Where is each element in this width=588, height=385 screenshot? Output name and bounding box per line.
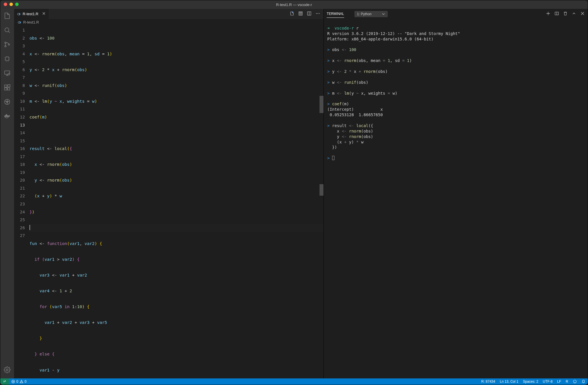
maximize-window-button[interactable] (15, 3, 19, 6)
indent-status[interactable]: Spaces: 2 (521, 378, 540, 385)
docker-icon[interactable] (0, 112, 14, 121)
svg-rect-9 (7, 88, 10, 90)
breadcrumbs[interactable]: R-test1.R (14, 19, 324, 25)
kill-terminal-icon[interactable] (563, 11, 568, 17)
error-icon (11, 380, 15, 384)
svg-point-3 (8, 44, 10, 45)
svg-point-12 (7, 101, 8, 102)
svg-point-0 (5, 28, 9, 32)
terminal-selector[interactable]: 1: Python (354, 11, 388, 17)
warning-icon (19, 380, 23, 384)
feedback-icon[interactable] (571, 378, 579, 385)
language-mode[interactable]: R (563, 378, 571, 385)
new-terminal-icon[interactable] (546, 11, 550, 17)
titlebar[interactable]: R-test1.R — vscode-r (0, 0, 588, 9)
window-controls (4, 3, 19, 6)
split-terminal-icon[interactable] (554, 11, 559, 17)
debug-icon[interactable] (0, 54, 14, 63)
terminal-pane: TERMINAL 1: Python (324, 9, 588, 378)
r-file-icon (17, 20, 21, 24)
svg-point-30 (573, 380, 577, 383)
terminal-content[interactable]: ➜ vscode-r r R version 3.6.2 (2019-12-12… (324, 19, 588, 378)
code-content[interactable]: obs <- 100 x <- rnorm(obs, mean = 1, sd … (30, 25, 324, 378)
svg-rect-4 (5, 57, 9, 61)
panel-tab-terminal[interactable]: TERMINAL (327, 10, 344, 18)
notifications-icon[interactable] (579, 378, 588, 385)
editor-pane: R-test1.R R-test (14, 9, 324, 378)
svg-point-6 (8, 73, 10, 75)
more-actions-icon[interactable] (315, 11, 320, 17)
activity-bar (0, 9, 14, 378)
git-graph-icon[interactable] (0, 97, 14, 106)
run-source-icon[interactable] (290, 11, 294, 17)
svg-point-23 (319, 13, 320, 14)
encoding-status[interactable]: UTF-8 (540, 378, 555, 385)
svg-rect-10 (8, 85, 10, 87)
cursor-position[interactable]: Ln 13, Col 1 (497, 378, 521, 385)
chevron-down-icon (382, 12, 385, 16)
svg-point-1 (5, 42, 6, 44)
svg-point-2 (5, 46, 6, 47)
terminal-selector-label: 1: Python (357, 12, 372, 16)
eol-status[interactable]: LF (555, 378, 563, 385)
explorer-icon[interactable] (0, 11, 14, 20)
svg-rect-16 (6, 114, 7, 115)
search-icon[interactable] (0, 26, 14, 35)
overview-ruler[interactable] (320, 25, 324, 378)
svg-point-22 (317, 13, 318, 14)
problems-status[interactable]: 0 0 (9, 378, 29, 385)
svg-rect-19 (299, 12, 302, 15)
svg-point-17 (6, 369, 8, 371)
r-status[interactable]: R: 87434 (479, 378, 498, 385)
svg-point-21 (316, 13, 317, 14)
maximize-panel-icon[interactable] (572, 11, 576, 17)
app-window: R-test1.R — vscode-r (0, 0, 588, 385)
svg-rect-8 (5, 88, 7, 90)
r-file-icon (17, 12, 21, 16)
close-window-button[interactable] (4, 3, 7, 6)
close-icon[interactable] (42, 11, 46, 16)
svg-rect-7 (5, 85, 7, 87)
breadcrumb-file[interactable]: R-test1.R (23, 20, 39, 24)
preview-dataframe-icon[interactable] (298, 11, 303, 17)
window-title: R-test1.R — vscode-r (276, 3, 312, 7)
remote-explorer-icon[interactable] (0, 69, 14, 78)
split-editor-icon[interactable] (307, 11, 311, 17)
tab-label: R-test1.R (23, 12, 38, 16)
remote-indicator[interactable] (0, 378, 9, 385)
settings-gear-icon[interactable] (0, 365, 14, 374)
close-panel-icon[interactable] (580, 11, 585, 17)
status-bar: 0 0 R: 87434 Ln 13, Col 1 Spaces: 2 UTF-… (0, 378, 588, 385)
extensions-icon[interactable] (0, 83, 14, 92)
tab-r-test1[interactable]: R-test1.R (14, 9, 49, 19)
line-number-gutter: 1234567 8910111213 14151617181920 212223… (14, 25, 30, 378)
source-control-icon[interactable] (0, 40, 14, 49)
code-editor[interactable]: 1234567 8910111213 14151617181920 212223… (14, 25, 324, 378)
minimize-window-button[interactable] (9, 3, 13, 6)
